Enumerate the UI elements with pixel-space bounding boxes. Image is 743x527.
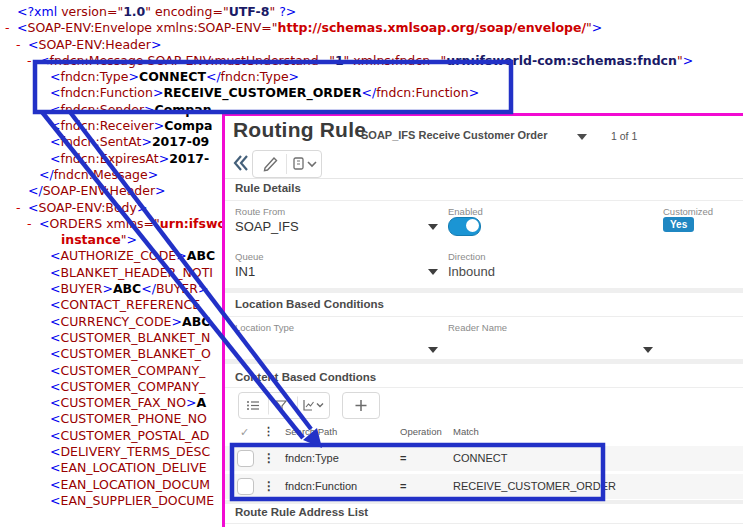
screenshot-canvas: <?xml version="1.0" encoding="UTF-8" ?>-… <box>0 0 743 527</box>
table-row[interactable]: ⋮fndcn:Type=CONNECT <box>225 446 743 471</box>
table-row[interactable]: ⋮fndcn:Function=RECEIVE_CUSTOMER_ORDER <box>225 474 743 499</box>
row-kebab-icon[interactable]: ⋮ <box>263 474 275 499</box>
xml-line: <?xml version="1.0" encoding="UTF-8" ?> <box>0 4 743 20</box>
cell-search-path: fndcn:Type <box>285 446 339 471</box>
divider <box>225 523 743 524</box>
xml-line: <fndcn:Function>RECEIVE_CUSTOMER_ORDER</… <box>0 85 743 101</box>
xml-collapse-marker[interactable]: - <box>27 53 39 69</box>
row-kebab-icon[interactable]: ⋮ <box>263 446 275 471</box>
xml-line: <fndcn:Type>CONNECT</fndcn:Type> <box>0 69 743 85</box>
xml-line: -<SOAP-ENV:Envelope xmlns:SOAP-ENV="http… <box>0 20 743 36</box>
cell-match: RECEIVE_CUSTOMER_ORDER <box>453 474 616 499</box>
xml-collapse-marker[interactable]: - <box>16 37 28 53</box>
section-separator <box>225 500 743 504</box>
cell-operation: = <box>400 474 406 499</box>
row-checkbox[interactable] <box>237 450 254 467</box>
section-title-route-rule-address-list: Route Rule Address List <box>235 506 368 518</box>
xml-collapse-marker[interactable]: - <box>16 200 28 216</box>
xml-collapse-marker[interactable]: - <box>27 216 39 232</box>
xml-line: -<SOAP-ENV:Header> <box>0 37 743 53</box>
routing-rule-window: Routing Rule SOAP_IFS Receive Customer O… <box>222 113 743 527</box>
cell-search-path: fndcn:Function <box>285 474 357 499</box>
xml-collapse-marker[interactable]: - <box>5 20 17 36</box>
xml-line: -<fndcn:Message SOAP-ENV:mustUnderstand=… <box>0 53 743 69</box>
cell-operation: = <box>400 446 406 471</box>
row-checkbox[interactable] <box>237 478 254 495</box>
conditions-table-body: ⋮fndcn:Type=CONNECT⋮fndcn:Function=RECEI… <box>225 116 743 527</box>
cell-match: CONNECT <box>453 446 507 471</box>
